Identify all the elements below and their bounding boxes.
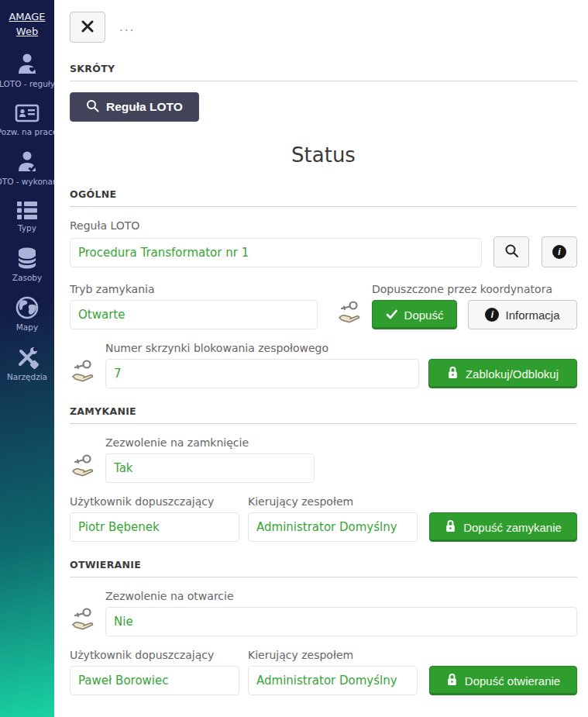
id-card-icon — [14, 102, 40, 125]
section-header-otwieranie: OTWIERANIE — [70, 559, 577, 577]
sidebar-item-label: Mapy — [16, 322, 38, 332]
sidebar-item-loto-wykonane[interactable]: LOTO - wykonane — [0, 150, 54, 186]
box-number-input[interactable] — [105, 359, 419, 388]
globe-icon — [15, 295, 40, 320]
hand-key-icon — [70, 606, 96, 634]
closing-mode-input[interactable] — [70, 300, 318, 329]
allow-opening-button[interactable]: Dopuść otwieranie — [429, 666, 577, 695]
search-icon — [86, 99, 99, 115]
closing-user-label: Użytkownik dopuszczający — [70, 495, 239, 508]
tools-icon — [15, 345, 40, 370]
allow-closing-button[interactable]: Dopuść zamykanie — [429, 512, 577, 542]
page-title: Status — [70, 143, 577, 167]
hand-key-icon — [336, 299, 363, 327]
sidebar-item-label: Pozw. na pracę — [0, 127, 54, 136]
sidebar-item-zasoby[interactable]: Zasoby — [0, 246, 54, 282]
allow-button[interactable]: Dopuść — [372, 300, 457, 329]
allow-opening-button-label: Dopuść otwieranie — [465, 674, 560, 688]
lock-icon — [446, 673, 458, 688]
sidebar-item-mapy[interactable]: Mapy — [0, 295, 54, 332]
main-content: ... SKRÓTY Reguła LOTO Status OGÓLNE Reg… — [54, 0, 588, 717]
section-header-ogolne: OGÓLNE — [70, 188, 577, 207]
shortcut-button-label: Reguła LOTO — [106, 100, 183, 114]
list-icon — [15, 199, 40, 221]
lock-unlock-button-label: Zablokuj/Odblokuj — [466, 367, 559, 381]
toolbar: ... — [70, 12, 577, 43]
sidebar-item-pozw-na-prace[interactable]: Pozw. na pracę — [0, 102, 54, 136]
opening-permission-label: Zezwolenie na otwarcie — [105, 590, 577, 602]
closing-leader-input[interactable] — [248, 512, 418, 542]
sidebar-item-label: Narzędzia — [7, 372, 47, 381]
hand-key-icon — [70, 453, 96, 481]
app-window: AMAGE Web LOTO - reguły — [0, 0, 588, 717]
opening-leader-input[interactable] — [248, 666, 418, 695]
allow-button-label: Dopuść — [404, 309, 444, 322]
closing-leader-label: Kierujący zespołem — [248, 495, 418, 508]
box-number-label: Numer skrzynki blokowania zespołowego — [105, 342, 419, 354]
closing-user-input[interactable] — [70, 512, 239, 542]
person-check-icon — [14, 150, 40, 174]
closing-permission-input[interactable] — [105, 453, 315, 483]
closing-permission-label: Zezwolenie na zamknięcie — [105, 436, 315, 449]
lock-icon — [447, 366, 459, 381]
rule-info-button[interactable]: i — [542, 236, 577, 267]
amage-web-logo[interactable]: AMAGE Web — [9, 10, 45, 40]
section-header-skroty: SKRÓTY — [70, 63, 577, 81]
rule-input[interactable] — [70, 238, 482, 267]
info-icon: i — [552, 245, 566, 259]
sidebar-item-loto-reguly[interactable]: LOTO - reguły — [0, 52, 54, 88]
close-icon — [81, 19, 95, 36]
sidebar-item-label: Zasoby — [12, 273, 42, 282]
hand-key-icon — [70, 358, 96, 386]
sidebar-item-label: Typy — [18, 223, 36, 233]
sidebar-item-typy[interactable]: Typy — [0, 199, 54, 233]
info-icon: i — [485, 308, 499, 322]
opening-leader-label: Kierujący zespołem — [248, 649, 418, 661]
opening-permission-input[interactable] — [105, 607, 577, 636]
sidebar-item-label: LOTO - wykonane — [0, 177, 54, 186]
sidebar-item-narzedzia[interactable]: Narzędzia — [0, 345, 54, 381]
more-options[interactable]: ... — [119, 20, 135, 34]
coordinator-label: Dopuszczone przez koordynatora — [372, 283, 577, 295]
logo-line1: AMAGE — [9, 10, 45, 25]
lock-icon — [445, 519, 456, 535]
close-button[interactable] — [70, 12, 105, 43]
allow-closing-button-label: Dopuść zamykanie — [463, 521, 562, 534]
section-header-zamykanie: ZAMYKANIE — [70, 405, 577, 424]
closing-mode-label: Tryb zamykania — [70, 283, 318, 295]
logo-line2: Web — [9, 25, 45, 40]
search-icon — [504, 243, 519, 260]
sidebar: AMAGE Web LOTO - reguły — [0, 0, 54, 717]
opening-user-input[interactable] — [70, 666, 239, 695]
information-button[interactable]: i Informacja — [468, 300, 577, 329]
database-icon — [15, 246, 40, 271]
regula-loto-shortcut-button[interactable]: Reguła LOTO — [70, 92, 199, 122]
rule-label: Reguła LOTO — [70, 219, 577, 232]
person-heart-icon — [14, 52, 40, 77]
opening-user-label: Użytkownik dopuszczający — [70, 649, 239, 661]
check-icon — [386, 309, 397, 322]
rule-search-button[interactable] — [493, 236, 529, 267]
lock-unlock-button[interactable]: Zablokuj/Odblokuj — [428, 359, 577, 388]
information-button-label: Informacja — [505, 309, 559, 322]
sidebar-item-label: LOTO - reguły — [0, 79, 54, 88]
